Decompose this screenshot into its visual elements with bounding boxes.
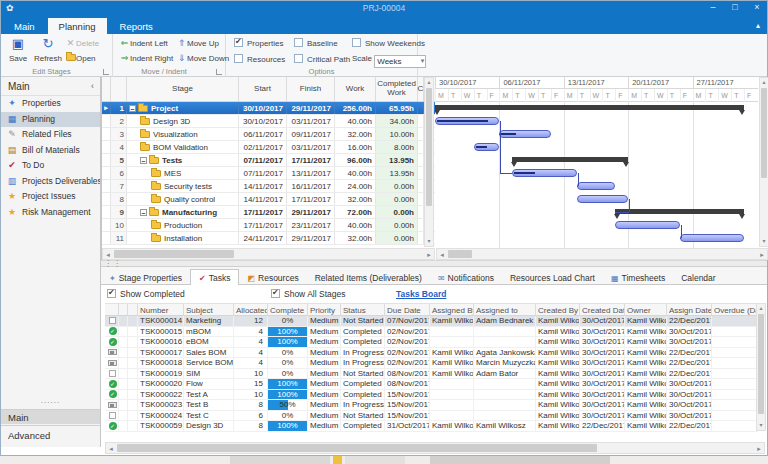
task-column-header-created-date[interactable]: Created Date <box>580 304 625 315</box>
task-column-header-number[interactable]: Number <box>138 304 184 315</box>
gantt-task-bar[interactable] <box>499 130 551 138</box>
gantt-summary-bar[interactable] <box>512 157 628 162</box>
task-row-tsk000024[interactable]: TSK000024Test C60%MediumNot Started15/No… <box>105 411 758 422</box>
open-button[interactable]: Open <box>65 53 96 67</box>
ribbon-tab-row: MainPlanningReports ▴ <box>1 16 767 34</box>
indent-right-button[interactable]: ⇒Indent Right <box>119 53 173 67</box>
sidebar-collapse-icon[interactable]: ‹ <box>91 77 94 96</box>
tasks-board-link[interactable]: Tasks Board <box>396 289 446 299</box>
task-column-header-subject[interactable]: Subject <box>184 304 234 315</box>
critical-path-checkbox[interactable]: Critical Path <box>294 54 350 68</box>
sidebar-footer-main[interactable]: Main <box>1 409 100 424</box>
task-table-horizontal-scrollbar[interactable]: ◂▸ <box>105 442 765 454</box>
collapse-icon[interactable]: – <box>140 209 147 216</box>
gantt-task-bar[interactable] <box>615 221 679 229</box>
stage-row-installation[interactable]: 11Installation24/11/201729/11/201732.00h… <box>102 232 435 245</box>
stage-row-production[interactable]: 10Production17/11/201723/11/201740.00h0.… <box>102 219 435 232</box>
stage-row-quality-control[interactable]: 8Quality control14/11/201717/11/201732.0… <box>102 193 435 206</box>
start-column-header[interactable]: Start <box>239 77 287 101</box>
gantt-body[interactable] <box>435 102 758 248</box>
task-row-tsk000016[interactable]: ✓TSK000016eBOM4100%MediumCompleted02/Nov… <box>105 337 758 348</box>
task-column-header-complete[interactable]: Complete <box>268 304 308 315</box>
collapse-icon[interactable]: – <box>129 105 136 112</box>
gantt-summary-bar[interactable] <box>435 105 744 110</box>
pane-splitter[interactable]: ⋮⋮ <box>101 260 767 267</box>
task-row-tsk000023[interactable]: TSK000023Test B850%MediumIn Progress15/N… <box>105 400 758 411</box>
gantt-task-bar[interactable] <box>577 195 629 203</box>
folder-icon <box>149 157 159 164</box>
task-row-tsk000059[interactable]: ✓TSK000059Design 3D8100%MediumCompleted3… <box>105 421 758 432</box>
gantt-task-bar[interactable] <box>577 182 616 190</box>
sidebar-item-risk-management[interactable]: ★Risk Management <box>1 205 100 221</box>
stage-row-project[interactable]: ▸1–Project30/10/201729/11/2017256.00h65.… <box>102 102 435 115</box>
sidebar-item-projects-deliverables[interactable]: ▥Projects Deliverables <box>1 174 100 190</box>
task-column-header-assigned-by[interactable]: Assigned By <box>430 304 474 315</box>
show-all-stages-checkbox[interactable]: Show All Stages <box>271 289 345 299</box>
delete-button[interactable]: ✕Delete <box>65 38 99 52</box>
sidebar-item-project-issues[interactable]: ★Project Issues <box>1 189 100 205</box>
completed-work-column-header[interactable]: Completed Work <box>376 77 418 101</box>
stage-row-manufacturing[interactable]: 9–Manufacturing17/11/201729/11/201772.00… <box>102 206 435 219</box>
gantt-vertical-scrollbar[interactable]: ▴ ▾ <box>759 77 768 247</box>
stage-row-visualization[interactable]: 3Visualization06/11/201709/11/201732.00h… <box>102 128 435 141</box>
sidebar-grip[interactable]: ...... <box>1 396 100 405</box>
task-row-tsk000022[interactable]: ✓TSK000022Test A10100%MediumCompleted15/… <box>105 390 758 401</box>
ribbon-collapse-icon[interactable]: ▴ <box>756 21 760 30</box>
task-column-header-due-date[interactable]: Due Date <box>385 304 430 315</box>
stage-column-header[interactable]: Stage <box>127 77 239 101</box>
checkbox-icon <box>234 38 243 47</box>
save-button[interactable]: ▣ Save <box>4 36 32 69</box>
task-row-tsk000014[interactable]: TSK000014Marketing120%MediumNot Started0… <box>105 316 758 327</box>
finish-column-header[interactable]: Finish <box>287 77 335 101</box>
task-column-header-created-by[interactable]: Created By <box>536 304 580 315</box>
gantt-task-bar[interactable] <box>435 117 499 125</box>
gantt-task-bar[interactable] <box>474 143 500 151</box>
task-row-tsk000019[interactable]: TSK000019SIM100%MediumNot Started08/Nov/… <box>105 369 758 380</box>
show-weekends-checkbox[interactable]: Show Weekends <box>352 38 425 52</box>
sidebar-item-related-files[interactable]: ✎Related Files <box>1 127 100 143</box>
task-column-header-priority[interactable]: Priority <box>308 304 341 315</box>
collapse-icon[interactable]: – <box>140 157 147 164</box>
baseline-checkbox[interactable]: Baseline <box>294 38 338 52</box>
task-row-tsk000018[interactable]: TSK000018Service BOM40%MediumIn Progress… <box>105 358 758 369</box>
stage-row-security-tests[interactable]: 7Security tests14/11/201716/11/201724.00… <box>102 180 435 193</box>
task-column-header-status[interactable]: Status <box>341 304 385 315</box>
task-column-header-owner[interactable]: Owner <box>625 304 667 315</box>
sidebar-item-to-do[interactable]: ✔To Do <box>1 158 100 174</box>
refresh-button[interactable]: ↻ Refresh <box>34 36 62 69</box>
task-column-header-assign-date[interactable]: Assign Date <box>667 304 712 315</box>
stage-grid-horizontal-scrollbar[interactable]: ◂▸ <box>102 248 435 260</box>
task-table-vertical-scrollbar[interactable]: ▴ ▾ <box>756 303 766 431</box>
move-down-button[interactable]: ⇓Move Down <box>176 53 229 67</box>
sidebar-item-properties[interactable]: ✦Properties <box>1 96 100 112</box>
sidebar-footer-advanced[interactable]: Advanced <box>1 425 100 447</box>
gantt-task-bar[interactable] <box>512 169 576 177</box>
task-row-tsk000020[interactable]: ✓TSK000020Flow15100%MediumCompleted08/No… <box>105 379 758 390</box>
close-button[interactable]: × <box>751 2 763 12</box>
work-column-header[interactable]: Work <box>335 77 376 101</box>
move-up-button[interactable]: ⇑Move Up <box>176 38 219 52</box>
task-row-tsk000015[interactable]: ✓TSK000015mBOM4100%MediumCompleted02/Nov… <box>105 327 758 338</box>
stage-row-mes[interactable]: 6MES07/11/201713/11/201740.00h13.95h <box>102 167 435 180</box>
gantt-horizontal-scrollbar[interactable]: ◂▸ <box>436 248 768 260</box>
maximize-button[interactable]: □ <box>729 2 741 12</box>
task-column-header-assigned-to[interactable]: Assigned to <box>474 304 536 315</box>
stage-row-design-3d[interactable]: 2Design 3D30/10/201703/11/201740.00h34.0… <box>102 115 435 128</box>
dialog-launcher-icon[interactable] <box>216 69 222 75</box>
stage-row-tests[interactable]: 5–Tests07/11/201717/11/201796.00h13.95h <box>102 154 435 167</box>
sidebar-item-bill-of-materials[interactable]: ▤Bill of Materials <box>1 143 100 159</box>
gantt-task-bar[interactable] <box>680 234 744 242</box>
sidebar-item-planning[interactable]: ▦Planning <box>1 112 100 128</box>
stage-grid-vertical-scrollbar[interactable]: ▴ ▾ <box>424 77 434 247</box>
stage-row-bom-validation[interactable]: 4BOM Validation02/11/201703/11/201716.00… <box>102 141 435 154</box>
resources-checkbox[interactable]: Resources <box>234 54 285 68</box>
minimize-button[interactable]: – <box>707 2 719 12</box>
dialog-launcher-icon[interactable] <box>103 69 109 75</box>
properties-checkbox[interactable]: Properties <box>234 38 283 52</box>
task-column-header-overdue-days-[interactable]: Overdue (Days) <box>712 304 760 315</box>
gantt-summary-bar[interactable] <box>615 209 744 214</box>
show-completed-checkbox[interactable]: Show Completed <box>107 289 185 299</box>
task-column-header-allocated[interactable]: Allocated <box>234 304 268 315</box>
indent-left-button[interactable]: ⇐Indent Left <box>119 38 168 52</box>
task-row-tsk000017[interactable]: TSK000017Sales BOM40%MediumIn Progress02… <box>105 348 758 359</box>
